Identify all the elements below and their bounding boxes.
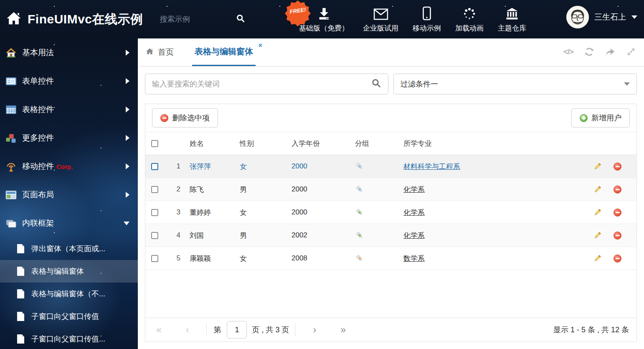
delete-icon[interactable] xyxy=(614,255,621,262)
download-icon xyxy=(317,5,331,20)
major-link[interactable]: 化学系 xyxy=(403,186,425,194)
submenu-item-grid-edit-window-2[interactable]: 表格与编辑窗体（不... xyxy=(0,283,138,305)
file-icon xyxy=(17,289,25,299)
app-title: FineUIMvc在线示例 xyxy=(28,11,143,28)
nav-item-mobile-demos[interactable]: 移动示例 xyxy=(413,5,441,33)
close-icon[interactable]: × xyxy=(259,42,262,49)
keyword-search-input[interactable] xyxy=(152,80,371,89)
row-checkbox[interactable] xyxy=(151,232,158,239)
row-number: 1 xyxy=(169,162,180,171)
top-header: FineUIMvc在线示例 FREE! 基础版（免费） 企业 xyxy=(0,0,644,38)
nav-item-loading-animation[interactable]: 加载动画 xyxy=(455,5,484,33)
filter-dropdown-value: 过滤条件一 xyxy=(401,79,438,89)
brand[interactable]: FineUIMvc在线示例 xyxy=(6,10,143,28)
view-source-icon[interactable]: </> xyxy=(563,46,574,57)
edit-icon[interactable] xyxy=(593,208,602,217)
plus-circle-icon xyxy=(580,114,588,122)
tab-home[interactable]: 首页 xyxy=(145,38,174,66)
chevron-right-icon xyxy=(126,163,129,169)
antenna-icon xyxy=(5,161,17,172)
header-nav: 基础版（免费） 企业版试用 移动示例 加载动画 xyxy=(299,5,526,33)
chevron-down-icon xyxy=(631,15,637,19)
row-number: 3 xyxy=(169,208,180,217)
submenu-item-child-to-parent[interactable]: 子窗口向父窗口传值 xyxy=(0,305,138,328)
edit-icon[interactable] xyxy=(593,231,602,240)
nav-label: 企业版试用 xyxy=(363,23,398,33)
delete-icon[interactable] xyxy=(614,186,621,194)
table-row[interactable]: 2 陈飞 男 2000 化学系 xyxy=(145,178,636,201)
grid-panel: 删除选中项 新增用户 姓名 性别 入学年份 分组 所学专业 xyxy=(145,104,637,342)
next-page-button[interactable]: › xyxy=(313,325,316,335)
sidebar-item-more-controls[interactable]: 更多控件 xyxy=(0,124,138,152)
column-header-group[interactable]: 分组 xyxy=(353,139,403,148)
major-link[interactable]: 化学系 xyxy=(403,232,425,239)
share-icon[interactable] xyxy=(605,46,616,57)
table-row[interactable]: 1 张萍萍 女 2000 材料科学与工程系 xyxy=(145,155,636,178)
nav-item-theme-repo[interactable]: 主题仓库 xyxy=(498,5,526,33)
sidebar-item-grid-controls[interactable]: 表格控件 xyxy=(0,95,138,124)
table-body: 1 张萍萍 女 2000 材料科学与工程系 2 xyxy=(145,155,636,270)
submenu-item-child-to-parent-2[interactable]: 子窗口向父窗口传值... xyxy=(0,328,138,349)
select-all-checkbox[interactable] xyxy=(151,140,158,147)
sidebar-item-basic-usage[interactable]: 基本用法 xyxy=(0,38,138,67)
submenu-item-popup-window[interactable]: 弹出窗体（本页面或... xyxy=(0,237,138,260)
chevron-right-icon xyxy=(126,50,129,56)
divider xyxy=(295,324,295,336)
row-checkbox[interactable] xyxy=(151,255,158,262)
app-window: FineUIMvc在线示例 FREE! 基础版（免费） 企业 xyxy=(0,0,644,349)
file-icon xyxy=(17,267,25,276)
major-link[interactable]: 数学系 xyxy=(403,255,425,262)
cell-name: 陈飞 xyxy=(190,185,240,194)
sidebar-item-mobile-controls[interactable]: 移动控件 Corp. xyxy=(0,152,138,181)
major-link[interactable]: 化学系 xyxy=(403,209,425,217)
search-icon[interactable] xyxy=(236,14,245,25)
header-search-input[interactable] xyxy=(160,15,230,24)
column-header-major[interactable]: 所学专业 xyxy=(403,139,584,148)
search-icon[interactable] xyxy=(371,78,381,90)
sidebar-item-form-controls[interactable]: 表单控件 xyxy=(0,67,138,95)
row-checkbox[interactable] xyxy=(151,163,158,170)
main-area: 首页 表格与编辑窗体 × </> xyxy=(138,38,644,349)
edit-icon[interactable] xyxy=(593,254,602,263)
filter-dropdown[interactable]: 过滤条件一 xyxy=(393,74,637,94)
delete-icon[interactable] xyxy=(614,163,621,171)
column-header-name[interactable]: 姓名 xyxy=(190,139,240,148)
tab-grid-edit-window[interactable]: 表格与编辑窗体 × xyxy=(192,38,256,66)
major-link[interactable]: 材料科学与工程系 xyxy=(403,163,460,171)
row-checkbox[interactable] xyxy=(151,209,158,216)
table-row[interactable]: 5 康颖颖 女 2008 数学系 xyxy=(145,247,636,270)
tab-home-label: 首页 xyxy=(158,47,174,58)
expand-icon[interactable] xyxy=(626,46,636,57)
edit-icon[interactable] xyxy=(593,185,602,194)
table-row[interactable]: 4 刘国 男 2002 化学系 xyxy=(145,224,636,247)
column-header-year[interactable]: 入学年份 xyxy=(292,139,353,148)
row-checkbox[interactable] xyxy=(151,186,158,193)
submenu-item-grid-edit-window[interactable]: 表格与编辑窗体 xyxy=(0,260,138,283)
add-user-button[interactable]: 新增用户 xyxy=(571,108,630,127)
avatar xyxy=(566,6,589,28)
chevron-down-icon xyxy=(624,82,630,86)
delete-selected-button[interactable]: 删除选中项 xyxy=(152,108,218,127)
table-row[interactable]: 3 董婷婷 女 2000 化学系 xyxy=(145,201,636,224)
sidebar-item-iframe[interactable]: 内联框架 xyxy=(0,209,138,237)
prev-page-button[interactable]: ‹ xyxy=(186,325,189,335)
nav-item-enterprise-trial[interactable]: 企业版试用 xyxy=(363,5,398,33)
chevron-right-icon xyxy=(126,107,129,112)
grid-empty-area xyxy=(145,270,636,318)
spinner-icon xyxy=(463,5,476,20)
cell-name: 董婷婷 xyxy=(190,208,240,217)
sidebar-item-page-layout[interactable]: 页面布局 xyxy=(0,181,138,209)
last-page-button[interactable]: » xyxy=(340,325,346,335)
page-number-input[interactable] xyxy=(227,321,247,339)
sidebar: 基本用法 表单控件 表格控件 更多控件 xyxy=(0,38,138,349)
home-icon xyxy=(145,47,154,57)
column-header-gender[interactable]: 性别 xyxy=(240,139,292,148)
delete-icon[interactable] xyxy=(614,209,621,217)
corp-badge: Corp. xyxy=(56,163,73,170)
edit-icon[interactable] xyxy=(593,162,602,171)
delete-icon[interactable] xyxy=(614,232,621,239)
refresh-icon[interactable] xyxy=(584,46,595,57)
grid-icon xyxy=(5,104,17,115)
user-menu[interactable]: 三生石上 xyxy=(566,6,637,28)
first-page-button[interactable]: « xyxy=(156,325,162,335)
